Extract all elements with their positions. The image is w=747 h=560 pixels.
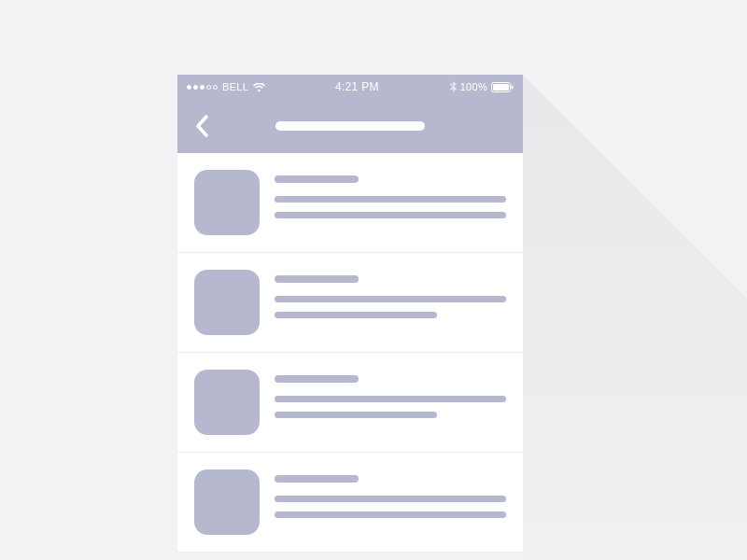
text-line-placeholder xyxy=(275,496,506,502)
thumbnail-placeholder xyxy=(194,170,260,235)
wifi-icon xyxy=(253,83,264,91)
battery-icon xyxy=(491,82,514,92)
status-bar: BELL 4:21 PM 100% xyxy=(177,75,523,99)
title-placeholder xyxy=(275,475,359,483)
text-line-placeholder xyxy=(275,312,437,318)
thumbnail-placeholder xyxy=(194,370,260,435)
list-item[interactable] xyxy=(177,453,523,553)
back-button[interactable]: Back xyxy=(189,107,215,145)
list-item[interactable] xyxy=(177,253,523,353)
bluetooth-icon xyxy=(450,81,457,92)
list-item-lines xyxy=(275,170,506,235)
text-line-placeholder xyxy=(275,511,506,518)
list-item[interactable] xyxy=(177,353,523,453)
title-placeholder xyxy=(275,275,359,283)
clock-label: 4:21 PM xyxy=(264,80,450,93)
status-right: 100% xyxy=(450,81,514,92)
list xyxy=(177,153,523,553)
list-item[interactable] xyxy=(177,153,523,253)
chevron-left-icon xyxy=(195,115,208,137)
title-placeholder xyxy=(275,175,359,183)
title-placeholder xyxy=(275,375,359,383)
carrier-label: BELL xyxy=(222,81,248,92)
list-item-lines xyxy=(275,370,506,435)
text-line-placeholder xyxy=(275,296,506,302)
status-left: BELL xyxy=(187,81,264,92)
list-item-lines xyxy=(275,270,506,335)
svg-rect-2 xyxy=(512,85,514,89)
svg-rect-1 xyxy=(493,84,509,91)
thumbnail-placeholder xyxy=(194,270,260,335)
phone-frame: BELL 4:21 PM 100% Back xyxy=(177,75,523,553)
text-line-placeholder xyxy=(275,396,506,402)
text-line-placeholder xyxy=(275,212,506,218)
battery-percent-label: 100% xyxy=(460,81,487,92)
nav-bar: Back xyxy=(177,99,523,153)
thumbnail-placeholder xyxy=(194,469,260,535)
phone-long-shadow xyxy=(523,75,747,560)
list-item-lines xyxy=(275,469,506,535)
nav-title-placeholder xyxy=(275,121,425,131)
signal-dots-icon xyxy=(187,85,218,90)
text-line-placeholder xyxy=(275,196,506,203)
text-line-placeholder xyxy=(275,412,437,418)
